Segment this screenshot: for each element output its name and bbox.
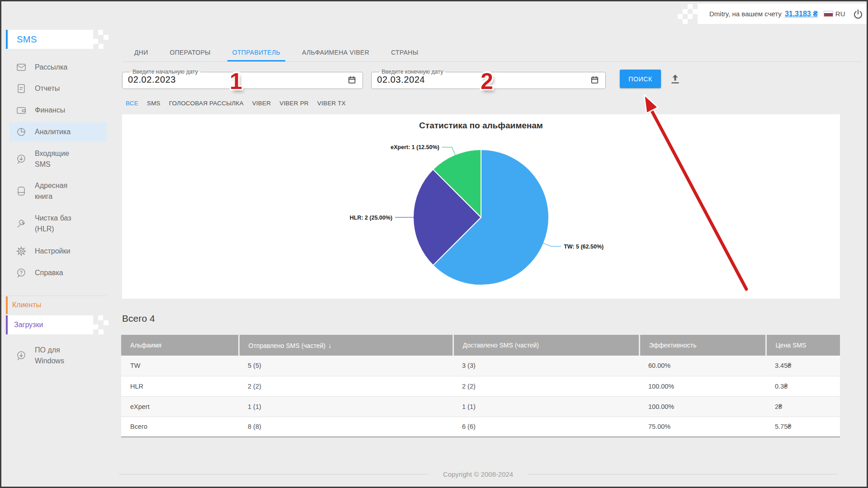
sidebar-item-label: Настройки — [35, 246, 82, 257]
upload-icon[interactable] — [669, 72, 681, 85]
pie-label: eXpert: 1 (12.50%) — [391, 144, 439, 150]
filter-viber-pr[interactable]: VIBER PR — [279, 100, 309, 107]
tab-strany[interactable]: СТРАНЫ — [386, 49, 423, 61]
sidebar-logo-sms[interactable]: SMS — [6, 30, 93, 49]
downloads-label: Загрузки — [14, 321, 43, 329]
sidebar-item-nastroyki[interactable]: Настройки — [9, 242, 107, 260]
sidebar-item-label: ПО для Windows — [35, 345, 82, 366]
wrench-icon — [16, 218, 27, 229]
pie-icon — [16, 127, 27, 137]
cell: 6 (6) — [453, 417, 639, 437]
cell: 60.00% — [639, 356, 766, 376]
cell: 0.3₴ — [766, 376, 840, 396]
clients-label: Клиенты — [12, 301, 41, 309]
alpha-names-table: Альфаимя Отправлено SMS (частей)↓ Достав… — [121, 335, 840, 437]
search-button[interactable]: ПОИСК — [620, 70, 661, 88]
end-date-field[interactable]: Введите конечную дату 02.03.2024 — [371, 69, 606, 89]
col-otpravleno[interactable]: Отправлено SMS (частей)↓ — [239, 335, 453, 356]
sidebar-item-label: Чистка баз (HLR) — [35, 213, 82, 235]
pixel-decor — [99, 44, 104, 49]
report-icon — [16, 83, 27, 94]
filter-viber[interactable]: VIBER — [252, 100, 271, 107]
start-date-label: Введите начальную дату — [130, 69, 200, 75]
filter-viber-tx[interactable]: VIBER TX — [317, 100, 346, 107]
sidebar-item-spravka[interactable]: ? Справка — [9, 264, 107, 282]
gear-icon — [16, 246, 27, 257]
help-bubble-icon: ? — [16, 267, 27, 278]
cell: 2₴ — [766, 396, 840, 417]
start-date-field[interactable]: Введите начальную дату 02.02.2023 — [122, 69, 363, 89]
tab-operatory[interactable]: ОПЕРАТОРЫ — [165, 49, 216, 61]
end-date-label: Введите конечную дату — [379, 69, 445, 75]
cell: 1 (1) — [239, 396, 453, 417]
pie-leader-line — [543, 243, 561, 247]
col-alfaimya[interactable]: Альфаимя — [121, 335, 239, 356]
sidebar-item-adresnaya-kniga[interactable]: Адресная книга — [9, 178, 107, 204]
channel-filters: ВСЕ SMS ГОЛОСОВАЯ РАССЫЛКА VIBER VIBER P… — [126, 100, 346, 107]
sidebar-section-clients[interactable]: Клиенты — [1, 296, 107, 314]
footer-divider — [528, 474, 837, 474]
pixel-decor — [98, 315, 103, 320]
incoming-bubble-icon — [16, 154, 27, 164]
sidebar-item-analitika[interactable]: Аналитика — [9, 122, 107, 141]
cell: 5 (5) — [239, 356, 453, 376]
end-date-input[interactable]: 02.03.2024 — [377, 75, 425, 85]
cell: 2 (2) — [453, 376, 639, 396]
cell: Всего — [121, 417, 239, 437]
sidebar-item-finansy[interactable]: Финансы — [9, 101, 107, 119]
wallet-icon — [16, 105, 27, 116]
analytics-tabs: ДНИ ОПЕРАТОРЫ ОТПРАВИТЕЛЬ АЛЬФАИМЕНА VIB… — [122, 45, 862, 62]
pixel-decor — [93, 39, 98, 44]
cell: HLR — [121, 376, 239, 396]
sidebar-item-label: Справка — [35, 267, 82, 278]
sidebar-item-label: Рассылка — [35, 62, 82, 73]
col-effektivnost[interactable]: Эффективность — [639, 335, 766, 356]
cell: 3.45₴ — [766, 356, 840, 376]
table-row: HLR 2 (2) 2 (2) 100.00% 0.3₴ — [121, 376, 840, 396]
logo-label: SMS — [17, 34, 37, 45]
cell: TW — [121, 356, 239, 376]
tab-alfaimena-viber[interactable]: АЛЬФАИМЕНА VIBER — [297, 49, 374, 61]
calendar-icon[interactable] — [590, 75, 599, 84]
footer: Copyright © 2008-2024 — [119, 470, 837, 478]
orange-accent-bar — [6, 296, 8, 314]
sidebar-item-po-windows[interactable]: ПО для Windows — [9, 343, 107, 369]
col-cena-sms[interactable]: Цена SMS — [766, 335, 840, 356]
sidebar-item-label: Аналитика — [35, 127, 82, 137]
sidebar-item-otchety[interactable]: Отчеты — [9, 80, 107, 98]
start-date-input[interactable]: 02.02.2023 — [128, 75, 176, 85]
pixel-decor — [683, 19, 688, 24]
sidebar-item-label: Отчеты — [35, 83, 82, 94]
col-dostavleno[interactable]: Доставлено SMS (частей) — [453, 335, 639, 356]
tab-dni[interactable]: ДНИ — [129, 49, 153, 61]
pie-chart-svg: TW: 5 (62.50%)HLR: 2 (25.00%)eXpert: 1 (… — [309, 131, 653, 298]
cell: 3 (3) — [453, 356, 639, 376]
sidebar-item-chistka-baz[interactable]: Чистка баз (HLR) — [9, 211, 107, 237]
language-selector[interactable]: RU — [835, 10, 845, 18]
filter-golosovaya[interactable]: ГОЛОСОВАЯ РАССЫЛКА — [169, 100, 244, 107]
cell: 8 (8) — [239, 417, 453, 437]
logout-power-icon[interactable] — [853, 9, 863, 19]
sidebar-item-rassylka[interactable]: Рассылка — [9, 58, 107, 76]
pixel-decor — [104, 320, 108, 325]
pie-label: TW: 5 (62.50%) — [564, 244, 604, 250]
sort-desc-icon[interactable]: ↓ — [328, 342, 332, 349]
filter-vse[interactable]: ВСЕ — [126, 100, 138, 107]
pie-leader-line — [442, 147, 456, 156]
footer-divider — [119, 474, 429, 474]
balance-link[interactable]: 31,3183 ₴ — [785, 10, 818, 18]
table-row-total: Всего 8 (8) 6 (6) 75.00% 5.75₴ — [121, 417, 840, 437]
filter-sms[interactable]: SMS — [147, 100, 160, 107]
russia-flag-icon[interactable] — [824, 11, 833, 17]
pixel-decor — [104, 35, 108, 40]
pixel-decor — [688, 14, 693, 19]
cell: 100.00% — [639, 396, 766, 417]
sidebar-item-label: Адресная книга — [35, 180, 82, 202]
sidebar-item-vhodyashchie-sms[interactable]: Входящие SMS — [9, 146, 107, 172]
sidebar-section-downloads[interactable]: Загрузки — [6, 315, 93, 334]
cell: 2 (2) — [239, 376, 453, 396]
pixel-decor — [693, 9, 698, 14]
pie-chart-card: Статистика по альфаименам TW: 5 (62.50%)… — [122, 114, 840, 299]
tab-otpravitel[interactable]: ОТПРАВИТЕЛЬ — [227, 49, 285, 61]
calendar-icon[interactable] — [348, 75, 356, 84]
